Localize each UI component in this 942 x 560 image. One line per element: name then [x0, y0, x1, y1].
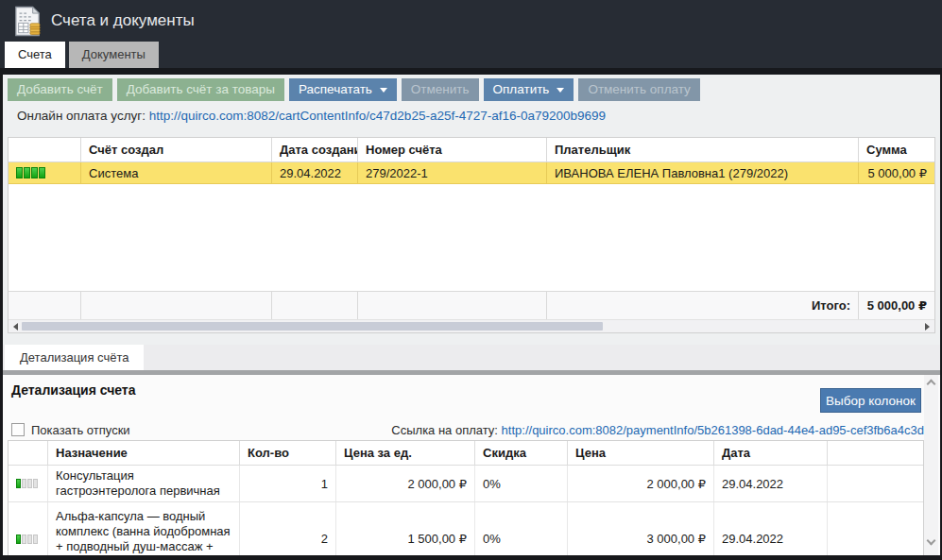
service-qty: 2	[240, 502, 336, 555]
print-button[interactable]: Распечатать	[289, 78, 397, 101]
detail-panel-title: Детализация счета	[11, 382, 136, 398]
footer-cell-empty	[81, 292, 272, 319]
chevron-down-icon	[557, 88, 564, 93]
column-header-qty[interactable]: Кол-во	[240, 441, 336, 465]
column-header-status[interactable]	[9, 441, 48, 465]
detail-options-row: Показать отпуски Ссылка на оплату: http:…	[11, 420, 924, 439]
total-label: Итого:	[547, 292, 859, 319]
column-header-discount[interactable]: Скидка	[475, 441, 568, 465]
online-payment-link[interactable]: http://quirco.com:8082/cartContentInfo/c…	[149, 109, 606, 123]
detail-row[interactable]: Консультация гастроэнтеролога первичная …	[9, 466, 923, 502]
column-header-date[interactable]: Дата	[714, 441, 828, 465]
detail-table: Назначение Кол-во Цена за ед. Скидка Цен…	[8, 440, 924, 555]
service-date: 29.04.2022	[714, 466, 828, 501]
show-dispense-label: Показать отпуски	[31, 423, 130, 437]
column-header-creator[interactable]: Счёт создал	[81, 138, 272, 161]
service-price: 2 000,00 ₽	[568, 466, 714, 501]
invoice-creator: Система	[81, 162, 272, 183]
invoices-table-empty-area	[9, 184, 934, 291]
invoices-table-header: Счёт создал Дата создания Номер счёта Пл…	[9, 138, 934, 162]
invoices-table-footer: Итого: 5 000,00 ₽	[9, 291, 934, 319]
main-tabbar: Счета Документы	[0, 42, 942, 68]
invoices-and-documents-window: Счета и документы Счета Документы Добави…	[0, 0, 942, 560]
column-header-number[interactable]: Номер счёта	[358, 138, 547, 161]
detail-panel: Детализация счета Выбор колонок Показать…	[3, 375, 940, 555]
pay-button[interactable]: Оплатить	[484, 78, 574, 101]
status-bars-partial-icon	[16, 535, 38, 544]
service-discount: 0%	[475, 502, 568, 555]
scroll-right-arrow-icon[interactable]	[925, 323, 930, 331]
invoice-amount: 5 000,00 ₽	[859, 162, 934, 183]
tabbar-bottom-strip	[0, 68, 942, 75]
tab-invoices[interactable]: Счета	[5, 42, 65, 68]
scroll-left-arrow-icon[interactable]	[13, 323, 18, 331]
horizontal-scrollbar[interactable]	[9, 319, 934, 332]
service-discount: 0%	[475, 466, 568, 501]
column-header-status[interactable]	[9, 138, 81, 161]
window-title: Счета и документы	[51, 11, 195, 30]
content-area: Добавить счёт Добавить счёт за товары Ра…	[3, 75, 940, 555]
service-date: 29.04.2022	[714, 502, 828, 555]
online-payment-row: Онлайн оплата услуг: http://quirco.com:8…	[17, 109, 606, 123]
detail-table-header: Назначение Кол-во Цена за ед. Скидка Цен…	[9, 441, 923, 466]
footer-cell-empty	[9, 292, 81, 319]
invoice-row-selected[interactable]: Система 29.04.2022 279/2022-1 ИВАНОВА ЕЛ…	[9, 162, 934, 184]
invoice-created-date: 29.04.2022	[272, 162, 358, 183]
column-header-name[interactable]: Назначение	[48, 441, 240, 465]
tab-invoice-detail[interactable]: Детализация счёта	[5, 345, 144, 370]
detail-tabbar: Детализация счёта	[3, 345, 940, 370]
status-bars-green-icon	[16, 167, 45, 178]
detail-status-cell	[9, 466, 48, 501]
horizontal-scrollbar-thumb[interactable]	[22, 322, 603, 331]
cancel-payment-button[interactable]: Отменить оплату	[578, 78, 699, 101]
service-extra	[828, 502, 923, 555]
invoice-payer: ИВАНОВА ЕЛЕНА Павловна1 (279/2022)	[547, 162, 859, 183]
column-header-price[interactable]: Цена	[568, 441, 714, 465]
invoice-toolbar: Добавить счёт Добавить счёт за товары Ра…	[8, 78, 700, 101]
add-invoice-button[interactable]: Добавить счёт	[8, 78, 112, 101]
column-header-created[interactable]: Дата создания	[272, 138, 358, 161]
pay-button-label: Оплатить	[493, 78, 550, 101]
invoice-status-cell	[9, 162, 81, 183]
vertical-scrollbar[interactable]	[924, 375, 938, 555]
footer-cell-empty	[272, 292, 358, 319]
service-extra	[828, 466, 923, 501]
column-header-payer[interactable]: Плательщик	[547, 138, 859, 161]
show-dispense-checkbox[interactable]	[11, 423, 25, 436]
invoice-number: 279/2022-1	[358, 162, 547, 183]
detail-row[interactable]: Альфа-капсула — водный комплекс (ванна й…	[9, 502, 923, 555]
service-name: Консультация гастроэнтеролога первичная	[48, 466, 240, 501]
service-unit-price: 1 500,00 ₽	[336, 502, 475, 555]
service-price: 3 000,00 ₽	[568, 502, 714, 555]
service-qty: 1	[240, 466, 336, 501]
total-value: 5 000,00 ₽	[859, 292, 934, 319]
invoices-table: Счёт создал Дата создания Номер счёта Пл…	[8, 137, 935, 333]
detail-status-cell	[9, 502, 48, 555]
service-name: Альфа-капсула — водный комплекс (ванна й…	[48, 502, 240, 555]
document-with-coins-icon	[13, 6, 42, 37]
cancel-button[interactable]: Отменить	[402, 78, 479, 101]
payment-link[interactable]: http://quirco.com:8082/paymentInfo/5b261…	[502, 423, 924, 437]
service-unit-price: 2 000,00 ₽	[336, 466, 475, 501]
column-header-amount[interactable]: Сумма	[859, 138, 934, 161]
footer-cell-empty	[358, 292, 547, 319]
column-header-extra[interactable]	[828, 441, 923, 465]
scroll-up-arrow-icon[interactable]	[927, 380, 936, 389]
tab-documents[interactable]: Документы	[69, 42, 159, 68]
scroll-down-arrow-icon[interactable]	[927, 536, 936, 546]
status-bars-partial-icon	[16, 479, 38, 488]
column-header-unit-price[interactable]: Цена за ед.	[336, 441, 475, 465]
chevron-down-icon	[380, 88, 387, 93]
choose-columns-button[interactable]: Выбор колонок	[820, 388, 921, 413]
window-titlebar: Счета и документы	[0, 0, 942, 42]
print-button-label: Распечатать	[299, 78, 372, 101]
online-payment-label: Онлайн оплата услуг:	[17, 109, 146, 123]
payment-link-label: Ссылка на оплату:	[391, 423, 498, 437]
add-goods-invoice-button[interactable]: Добавить счёт за товары	[117, 78, 284, 101]
